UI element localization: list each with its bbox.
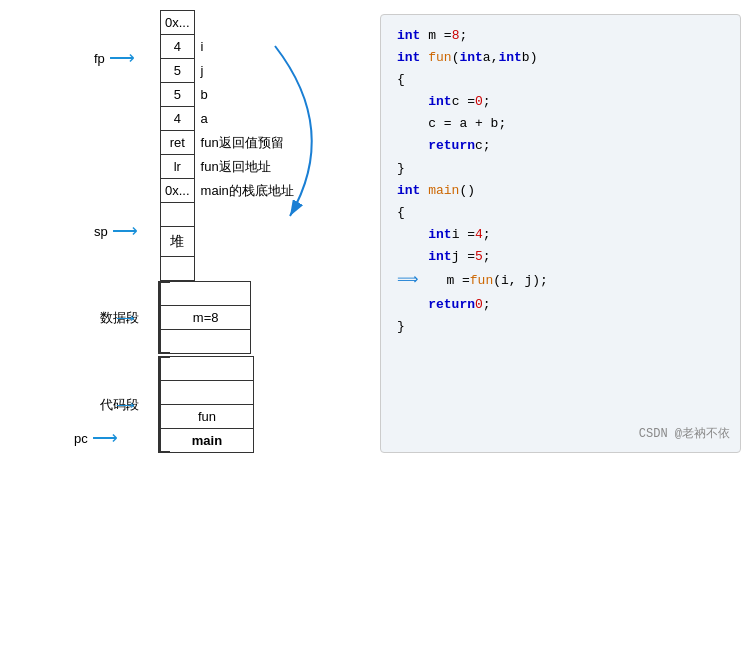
cell-ret-label: fun返回值预留 — [194, 131, 298, 155]
code-line-1: int m = 8; — [397, 25, 724, 47]
code-panel: int m = 8; int fun(int a,int b) { int c … — [380, 14, 741, 453]
cell-5-j: 5 — [161, 59, 195, 83]
cell-label-0 — [194, 11, 298, 35]
cell-ret: ret — [161, 131, 195, 155]
stack-row-6: lr fun返回地址 — [161, 155, 299, 179]
code-line-9: { — [397, 202, 724, 224]
code-line-12: ⟹ m = fun(i, j); — [397, 268, 724, 294]
code-line-3: { — [397, 69, 724, 91]
cell-0x-top: 0x... — [161, 11, 195, 35]
stack-row-3: 5 b — [161, 83, 299, 107]
heap-row-2: 堆 — [161, 227, 299, 257]
stack-row-4: 4 a — [161, 107, 299, 131]
code-main-row: main — [161, 429, 280, 453]
cell-var-b: b — [194, 83, 298, 107]
cell-var-j: j — [194, 59, 298, 83]
pc-pointer: pc ⟶ — [74, 427, 118, 449]
cell-sp-label: main的栈底地址 — [194, 179, 298, 203]
sp-label: sp — [94, 224, 108, 239]
pc-arrow-icon: ⟶ — [92, 427, 118, 449]
heap-label-cell: 堆 — [161, 227, 195, 257]
cell-4: 4 — [161, 35, 195, 59]
cell-var-i: i — [194, 35, 298, 59]
current-line-arrow: ⟹ — [397, 268, 419, 294]
cell-lr: lr — [161, 155, 195, 179]
watermark: CSDN @老衲不依 — [639, 424, 730, 444]
code-line-10: int i = 4; — [397, 224, 724, 246]
cell-var-a: a — [194, 107, 298, 131]
code-line-2: int fun(int a,int b) — [397, 47, 724, 69]
code-line-6: return c; — [397, 135, 724, 157]
code-line-5: c = a + b; — [397, 113, 724, 135]
code-line-4: int c = 0; — [397, 91, 724, 113]
cell-5-b: 5 — [161, 83, 195, 107]
heap-empty-3 — [161, 257, 195, 281]
heap-label-cell — [194, 203, 298, 227]
stack-row-2: 5 j — [161, 59, 299, 83]
code-line-11: int j = 5; — [397, 246, 724, 268]
code-line-7: } — [397, 158, 724, 180]
heap-row-3 — [161, 257, 299, 281]
code-empty-top2 — [161, 381, 280, 405]
heap-row-1 — [161, 203, 299, 227]
cell-4-a: 4 — [161, 107, 195, 131]
data-empty-bot — [161, 330, 280, 354]
code-empty-top1 — [161, 357, 280, 381]
cell-0x-sp: 0x... — [161, 179, 195, 203]
code-line-8: int main() — [397, 180, 724, 202]
code-fun-row: fun — [161, 405, 280, 429]
fp-label: fp — [94, 51, 105, 66]
code-line-13: return 0; — [397, 294, 724, 316]
data-empty-top — [161, 282, 280, 306]
sp-arrow-icon: ⟶ — [112, 220, 138, 242]
cell-lr-label: fun返回地址 — [194, 155, 298, 179]
code-line-14: } — [397, 316, 724, 338]
fp-arrow-icon: ⟶ — [109, 47, 135, 69]
data-m8-row: m=8 — [161, 306, 280, 330]
heap-empty-1 — [161, 203, 195, 227]
stack-row-1: 4 i — [161, 35, 299, 59]
stack-row-5: ret fun返回值预留 — [161, 131, 299, 155]
stack-row-0: 0x... — [161, 11, 299, 35]
pc-label: pc — [74, 431, 88, 446]
cell-fun: fun — [161, 405, 254, 429]
cell-m8: m=8 — [161, 306, 251, 330]
cell-main: main — [161, 429, 254, 453]
stack-row-7: 0x... main的栈底地址 — [161, 179, 299, 203]
